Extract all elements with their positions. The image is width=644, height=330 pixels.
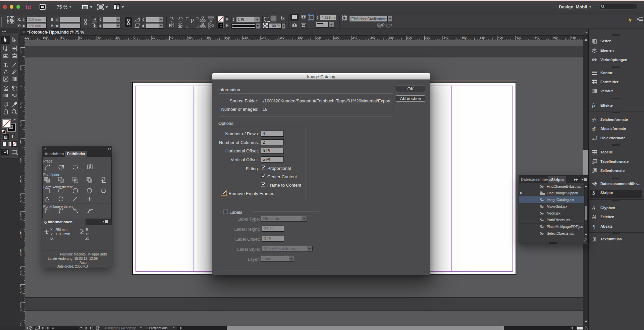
svg-text:T: T bbox=[4, 62, 7, 68]
svg-text:A: A bbox=[592, 214, 595, 220]
svg-text:A: A bbox=[592, 205, 595, 210]
svg-text:¶: ¶ bbox=[593, 224, 595, 229]
svg-text:fx: fx bbox=[592, 103, 596, 108]
svg-text:S: S bbox=[592, 190, 595, 195]
